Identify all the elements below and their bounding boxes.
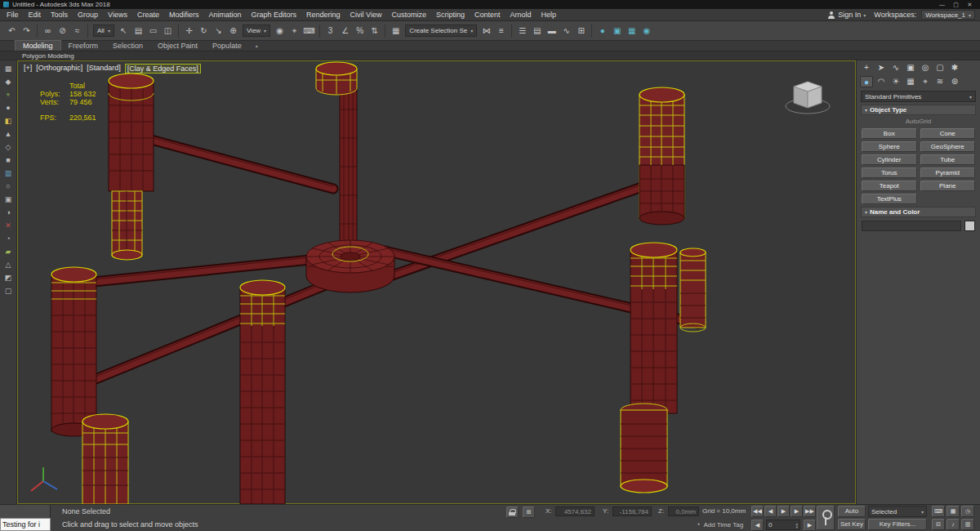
key-mode-dropdown[interactable]: Selected ▾: [868, 506, 927, 517]
torus-button[interactable]: Torus: [862, 167, 917, 178]
ribbon-tool-icon[interactable]: ◩: [2, 272, 15, 283]
pyramid-button[interactable]: Pyramid: [920, 167, 976, 178]
cameras-category-icon[interactable]: ▦: [904, 76, 917, 87]
ribbon-tool-icon[interactable]: ○: [2, 181, 15, 192]
buoy-column-lower-right[interactable]: [621, 243, 677, 493]
viewport-style-menu[interactable]: [Standard]: [87, 64, 121, 74]
buoy-center-column[interactable]: [340, 83, 357, 257]
ribbon-tool-icon[interactable]: ◑: [2, 207, 15, 218]
create-tab-icon[interactable]: ➤: [875, 62, 888, 74]
viewport-shading-menu[interactable]: [Clay & Edged Faces]: [125, 64, 201, 74]
menu-modifiers[interactable]: Modifiers: [164, 9, 204, 20]
ribbon-tool-icon[interactable]: ▢: [2, 285, 15, 297]
previous-key-button[interactable]: ◀: [764, 506, 777, 517]
mirror-icon[interactable]: ⋈: [479, 24, 493, 38]
maxscript-listener-output[interactable]: [0, 505, 51, 518]
x-coordinate-field[interactable]: 4574,632: [555, 506, 595, 516]
menu-create[interactable]: Create: [132, 9, 164, 20]
mute-icon[interactable]: ♪: [947, 519, 960, 530]
percent-snap-icon[interactable]: %: [353, 24, 367, 38]
window-crossing-icon[interactable]: ◫: [161, 24, 175, 38]
auto-key-button[interactable]: Auto Key: [838, 506, 866, 517]
menu-arnold[interactable]: Arnold: [505, 9, 536, 20]
menu-graph-editors[interactable]: Graph Editors: [246, 9, 301, 20]
tab-freeform[interactable]: Freeform: [61, 41, 106, 51]
sphere-button[interactable]: Sphere: [862, 141, 917, 152]
object-name-field[interactable]: [862, 221, 961, 231]
time-configuration-icon[interactable]: ◷: [961, 506, 974, 517]
set-key-button[interactable]: Set Key: [838, 519, 866, 530]
next-frame-button[interactable]: ▶: [804, 520, 816, 531]
menu-scripting[interactable]: Scripting: [431, 9, 470, 20]
snaps-toggle-icon[interactable]: 3: [323, 24, 337, 38]
menu-edit[interactable]: Edit: [24, 9, 47, 20]
render-production-icon[interactable]: ◉: [639, 24, 653, 38]
align-icon[interactable]: ≡: [494, 24, 508, 38]
create-selection-set-dropdown[interactable]: Create Selection Se ▾: [405, 25, 477, 37]
next-key-button[interactable]: ▶: [791, 506, 803, 517]
viewport[interactable]: [+] [Orthographic] [Standard] [Clay & Ed…: [17, 60, 856, 504]
previous-frame-button[interactable]: ◀: [751, 520, 764, 531]
curve-editor-icon[interactable]: ∿: [559, 24, 573, 38]
buoy-column-top-left[interactable]: [109, 74, 154, 260]
ribbon-tool-icon[interactable]: △: [2, 259, 15, 270]
selection-lock-toggle[interactable]: [506, 506, 519, 518]
buoy-arm-upper-right[interactable]: [372, 181, 653, 283]
goto-start-button[interactable]: ◀◀: [751, 506, 764, 517]
teapot-button[interactable]: Teapot: [862, 181, 917, 191]
close-button[interactable]: ✕: [963, 0, 977, 9]
ribbon-tool-icon[interactable]: ■: [2, 154, 15, 166]
ribbon-toggle-icon[interactable]: ▬: [545, 24, 559, 38]
reference-coordinate-dropdown[interactable]: View ▾: [243, 25, 270, 37]
add-time-tag[interactable]: ◔ Add Time Tag: [696, 520, 743, 529]
render-setup-icon[interactable]: ▣: [610, 24, 624, 38]
redo-icon[interactable]: ↷: [20, 24, 33, 38]
systems-category-icon[interactable]: ⊛: [948, 76, 961, 87]
buoy-column-lower-left[interactable]: [82, 414, 128, 504]
maxscript-mini-listener-input[interactable]: Testing for i: [0, 518, 51, 531]
select-and-manipulate-icon[interactable]: ⌖: [287, 24, 301, 38]
select-and-place-icon[interactable]: ⊕: [226, 24, 240, 38]
ribbon-tool-icon[interactable]: ◔: [2, 233, 15, 244]
minimize-button[interactable]: —: [935, 0, 949, 9]
angle-snap-icon[interactable]: ∠: [338, 24, 352, 38]
menu-content[interactable]: Content: [470, 9, 506, 20]
select-by-name-icon[interactable]: ▤: [131, 24, 145, 38]
geometry-category-icon[interactable]: ●: [860, 76, 873, 87]
select-object-icon[interactable]: ↖: [117, 24, 131, 38]
buoy-column-bottom-center[interactable]: [240, 280, 285, 504]
ribbon-tool-icon[interactable]: ▲: [2, 128, 15, 140]
hierarchy-tab-icon[interactable]: ▣: [904, 62, 917, 74]
box-button[interactable]: Box: [862, 128, 917, 139]
display-tab-icon[interactable]: ▢: [933, 62, 947, 74]
ribbon-tool-icon[interactable]: ▰: [2, 246, 15, 257]
menu-civil-view[interactable]: Civil View: [345, 9, 387, 20]
ribbon-tool-icon[interactable]: ◇: [2, 141, 15, 153]
name-color-rollout-header[interactable]: ▾ Name and Color: [861, 207, 976, 217]
plane-button[interactable]: Plane: [920, 181, 976, 191]
polygon-modeling-strip[interactable]: Polygon Modeling: [0, 51, 980, 60]
cone-button[interactable]: Cone: [920, 128, 976, 139]
absolute-offset-toggle-icon[interactable]: ⊞: [523, 506, 535, 518]
buoy-arm-lower-left[interactable]: [82, 279, 336, 385]
current-frame-field[interactable]: 0 ▴ ▾: [766, 520, 800, 530]
grab-viewport-icon[interactable]: ▥: [961, 519, 974, 530]
buoy-hub[interactable]: [306, 240, 394, 292]
rectangular-selection-region-icon[interactable]: ▭: [146, 24, 160, 38]
selection-filter-dropdown[interactable]: All ▾: [93, 25, 114, 37]
ribbon-tool-icon[interactable]: ▣: [2, 194, 15, 205]
use-pivot-center-icon[interactable]: ◉: [273, 24, 287, 38]
autogrid-toggle[interactable]: AutoGrid: [857, 117, 980, 127]
buoy-center-cap[interactable]: [316, 62, 357, 95]
adaptive-degradation-icon[interactable]: ▦: [947, 506, 960, 517]
object-color-swatch[interactable]: [964, 221, 975, 231]
goto-end-button[interactable]: ▶▶: [804, 506, 816, 517]
lights-category-icon[interactable]: ☀: [889, 76, 902, 87]
ribbon-tool-icon[interactable]: ▥: [2, 167, 15, 179]
buoy-arm-left[interactable]: [78, 257, 318, 283]
ribbon-tool-icon[interactable]: ●: [2, 102, 15, 114]
geosphere-button[interactable]: GeoSphere: [920, 141, 976, 152]
sign-in-button[interactable]: Sign In ▾: [825, 11, 869, 19]
ribbon-tool-icon[interactable]: +: [2, 89, 15, 100]
menu-tools[interactable]: Tools: [46, 9, 73, 20]
